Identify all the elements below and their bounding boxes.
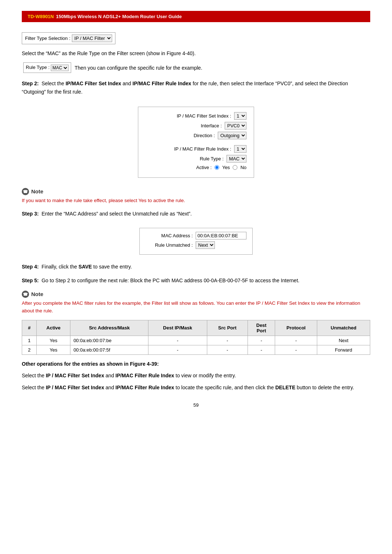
row1-dest-ip: - xyxy=(148,336,207,345)
note1-heading: ☎ Note xyxy=(22,188,370,195)
rule-unmatched-label: Rule Unmatched : xyxy=(146,242,193,248)
active-label: Active : xyxy=(196,165,212,170)
note1-wrapper: ☎ Note If you want to make the rule take… xyxy=(22,188,370,205)
row1-dest-port: - xyxy=(248,336,275,345)
col-src: Src Address/Mask xyxy=(70,320,148,336)
row2-dest-ip: - xyxy=(148,345,207,354)
step3-text-para: Step 3: Enter the “MAC Address” and sele… xyxy=(22,210,370,218)
direction-select[interactable]: Outgoing xyxy=(218,132,246,139)
row1-src-port: - xyxy=(207,336,248,345)
col-dest-ip: Dest IP/Mask xyxy=(148,320,207,336)
row1-protocol: - xyxy=(275,336,317,345)
step5-para: Step 5: Go to Step 2 to configure the ne… xyxy=(22,276,370,284)
active-row: Active : Yes No xyxy=(146,165,246,170)
note2-text: After you complete the MAC filter rules … xyxy=(22,299,370,315)
other-ops-block: Other operations for the entries as show… xyxy=(22,360,370,391)
row2-active: Yes xyxy=(37,345,70,354)
note2-label: Note xyxy=(31,291,43,297)
rule-type-row: Rule Type : MAC xyxy=(146,155,246,163)
page-number: 59 xyxy=(22,402,370,408)
row1-src: 00:0a:eb:00:07:be xyxy=(70,336,148,345)
rule-type-inline-box: Rule Type : MAC xyxy=(23,62,71,73)
header-bar: TD-W8901N 150Mbps Wireless N ADSL2+ Mode… xyxy=(22,11,370,22)
step2-block: Step 2: Select the IP/MAC Filter Set Ind… xyxy=(22,79,370,96)
row1-num: 1 xyxy=(22,336,37,345)
row2-unmatched: Forward xyxy=(317,345,370,354)
step1-para: Select the “MAC” as the Rule Type on the… xyxy=(22,49,370,57)
rule-index-row: IP / MAC Filter Rule Index : 1 xyxy=(146,145,246,153)
rule-unmatched-select[interactable]: Next xyxy=(196,241,215,249)
other-ops-heading: Other operations for the entries as show… xyxy=(22,360,370,368)
row1-active: Yes xyxy=(37,336,70,345)
mac-address-input[interactable] xyxy=(196,232,246,239)
col-protocol: Protocol xyxy=(275,320,317,336)
col-num: # xyxy=(22,320,37,336)
rule-type-select[interactable]: MAC xyxy=(51,65,69,71)
step4-block: Step 4: Finally, click the SAVE to save … xyxy=(22,263,370,271)
table-row: 2 Yes 00:0a:eb:00:07:5f - - - - Forward xyxy=(22,345,370,354)
col-unmatched: Unmatched xyxy=(317,320,370,336)
model-name: TD-W8901N xyxy=(28,14,54,19)
step5-label: Step 5: xyxy=(22,278,39,283)
step3-label: Step 3: xyxy=(22,211,39,217)
interface-row: Interface : PVC0 xyxy=(146,122,246,130)
table-header-row: # Active Src Address/Mask Dest IP/Mask S… xyxy=(22,320,370,336)
step4-label: Step 4: xyxy=(22,264,39,270)
note2-wrapper: ☎ Note After you complete the MAC filter… xyxy=(22,291,370,315)
active-no-radio[interactable] xyxy=(233,165,237,170)
filter-type-box: Filter Type Selection : IP / MAC Filter xyxy=(22,32,115,44)
active-yes-label: Yes xyxy=(222,165,230,170)
step1-text2: Then you can configure the specific rule… xyxy=(75,64,203,72)
row2-dest-port: - xyxy=(248,345,275,354)
note1-label: Note xyxy=(31,188,43,194)
other-ops-para1: Select the IP / MAC Filter Set Index and… xyxy=(22,372,370,379)
row2-num: 2 xyxy=(22,345,37,354)
col-active: Active xyxy=(37,320,70,336)
page-container: TD-W8901N 150Mbps Wireless N ADSL2+ Mode… xyxy=(0,0,392,422)
active-radio-group: Yes No xyxy=(215,165,246,170)
filter-type-label: Filter Type Selection : xyxy=(25,36,70,41)
note2-heading: ☎ Note xyxy=(22,291,370,298)
rule-unmatched-row: Rule Unmatched : Next xyxy=(146,241,246,249)
other-ops-para2: Select the IP / MAC Filter Set Index and… xyxy=(22,383,370,391)
set-index-row: IP / MAC Filter Set Index : 1 xyxy=(146,112,246,120)
note1-icon: ☎ xyxy=(22,188,29,195)
direction-label: Direction : xyxy=(193,133,215,138)
row1-unmatched: Next xyxy=(317,336,370,345)
col-src-port: Src Port xyxy=(207,320,248,336)
step3-text: Enter the “MAC Address” and select the U… xyxy=(41,211,192,217)
step2-text: Step 2: Select the IP/MAC Filter Set Ind… xyxy=(22,79,370,96)
step4-para: Step 4: Finally, click the SAVE to save … xyxy=(22,263,370,271)
step2-label: Step 2: xyxy=(22,81,39,86)
filter-type-select[interactable]: IP / MAC Filter xyxy=(72,34,112,42)
row2-protocol: - xyxy=(275,345,317,354)
interface-select[interactable]: PVC0 xyxy=(225,122,246,130)
set-index-label: IP / MAC Filter Set Index : xyxy=(177,113,231,119)
table-row: 1 Yes 00:0a:eb:00:07:be - - - - Next xyxy=(22,336,370,345)
rule-index-label: IP / MAC Filter Rule Index : xyxy=(174,146,231,152)
rule-type-label2: Rule Type : xyxy=(200,156,224,161)
step5-block: Step 5: Go to Step 2 to configure the ne… xyxy=(22,276,370,284)
active-yes-radio[interactable] xyxy=(215,165,219,170)
step1-text1: Select the “MAC” as the Rule Type on the… xyxy=(22,50,196,56)
row2-src-port: - xyxy=(207,345,248,354)
mac-address-label: MAC Address : xyxy=(146,233,193,238)
active-no-label: No xyxy=(240,165,246,170)
note1-text: If you want to make the rule take effect… xyxy=(22,197,370,205)
set-index-select[interactable]: 1 xyxy=(234,112,246,120)
mac-address-row: MAC Address : xyxy=(146,232,246,239)
rule-type-label: Rule Type : xyxy=(26,64,50,71)
step3-block: Step 3: Enter the “MAC Address” and sele… xyxy=(22,210,370,218)
row2-src: 00:0a:eb:00:07:5f xyxy=(70,345,148,354)
rule-type-select2[interactable]: MAC xyxy=(226,155,246,163)
col-dest-port: DestPort xyxy=(248,320,275,336)
direction-row: Direction : Outgoing xyxy=(146,132,246,139)
rule-index-select[interactable]: 1 xyxy=(234,145,246,153)
header-title: 150Mbps Wireless N ADSL2+ Modem Router U… xyxy=(56,14,182,19)
step3-form-center: MAC Address : Rule Unmatched : Next xyxy=(22,223,370,259)
note2-icon: ☎ xyxy=(22,291,29,298)
filter-table: # Active Src Address/Mask Dest IP/Mask S… xyxy=(22,320,370,355)
mac-box: MAC Address : Rule Unmatched : Next xyxy=(139,228,253,255)
step2-form-center: IP / MAC Filter Set Index : 1 Interface … xyxy=(22,102,370,183)
step2-form-box: IP / MAC Filter Set Index : 1 Interface … xyxy=(138,107,254,178)
